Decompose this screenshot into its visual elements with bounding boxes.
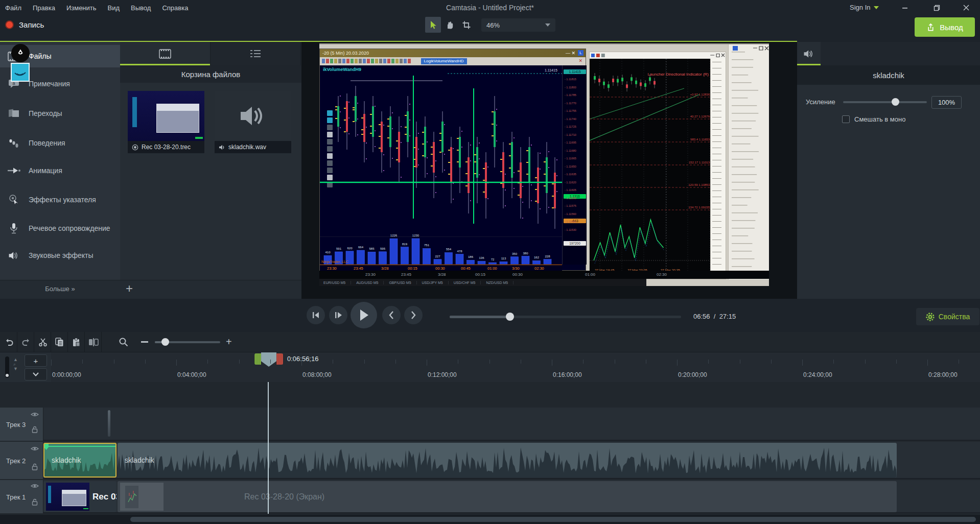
properties-toggle-button[interactable]: Свойства <box>916 308 979 325</box>
scale-tick <box>712 123 721 124</box>
zoom-in-button[interactable]: + <box>226 336 232 348</box>
minimize-button[interactable] <box>896 2 914 13</box>
track-row-1: Трек 1 Rec 03 <box>0 480 980 513</box>
trading-window-titlebar: -20 (5 Min) 20.03.2020 — ✕ L <box>320 49 586 57</box>
gain-value-field[interactable]: 100% <box>931 96 962 109</box>
price-marker-top: 1.11415 <box>564 69 586 74</box>
sign-in-label: Sign In <box>850 4 870 11</box>
titlebar: ФайлПравкаИзменитьВидВыводСправка Camtas… <box>0 0 980 15</box>
media-item-audio[interactable]: skladchik.wav <box>215 91 291 153</box>
audio-clip-selected[interactable]: skladchik <box>43 443 116 478</box>
track-3-lane[interactable] <box>43 408 980 441</box>
lock-icon[interactable] <box>32 498 38 506</box>
gain-slider[interactable] <box>843 101 927 103</box>
ruler-tick <box>708 360 709 364</box>
scale-price: - 1.11770 <box>565 102 576 105</box>
playhead-in-handle[interactable] <box>254 353 261 365</box>
strip-time-label: 01:00 <box>585 272 595 277</box>
svg-text:162: 162 <box>534 256 540 259</box>
record-button[interactable]: Запись <box>5 20 44 29</box>
playhead-out-handle[interactable] <box>276 353 283 365</box>
hand-icon <box>446 20 455 30</box>
video-clip-selected[interactable]: Rec 03 <box>43 481 116 512</box>
tab-media[interactable] <box>120 42 211 65</box>
sidebar-item-8[interactable]: Звуковые эффекты <box>0 244 120 267</box>
ruler-label: 0:16:00;00 <box>553 371 582 378</box>
track-2-lane[interactable]: skladchik skladchik <box>43 442 980 479</box>
scrollbar-thumb[interactable] <box>130 517 976 522</box>
video-clip[interactable]: Rec 03-28-20 (Экран) <box>118 481 897 512</box>
add-media-button[interactable]: + <box>122 281 137 297</box>
select-tool-button[interactable] <box>425 17 441 33</box>
playhead-grip[interactable] <box>261 352 276 367</box>
restore-button[interactable] <box>928 2 945 13</box>
sidebar-item-4[interactable]: Поведения <box>0 132 120 154</box>
paste-button[interactable] <box>68 332 85 352</box>
add-track-button[interactable]: + <box>25 354 47 367</box>
gain-slider-thumb[interactable] <box>892 98 899 106</box>
properties-toggle-label: Свойства <box>939 313 970 321</box>
copy-button[interactable] <box>52 332 68 352</box>
tab-audio-properties[interactable] <box>797 42 821 65</box>
close-button[interactable] <box>958 2 975 13</box>
eye-icon[interactable] <box>31 446 39 451</box>
playhead-line[interactable] <box>268 382 269 514</box>
lock-icon[interactable] <box>32 463 38 470</box>
seek-thumb[interactable] <box>506 313 514 321</box>
track-1-lane[interactable]: Rec 03 Rec 03-28-20 (Экран) <box>43 480 980 513</box>
step-forward-button[interactable] <box>329 306 347 324</box>
play-button[interactable] <box>351 302 377 328</box>
speaker-icon <box>219 144 225 151</box>
eye-icon[interactable] <box>31 483 39 489</box>
media-bin-title: Корзина файлов <box>120 65 301 83</box>
scale-price: - 1.11560 <box>565 212 576 216</box>
volume-pane: 4105916206645855951226819123075122755447… <box>320 236 562 265</box>
eye-icon[interactable] <box>31 412 39 417</box>
audio-clip[interactable]: skladchik <box>118 443 897 478</box>
preview-canvas[interactable]: -20 (5 Min) 20.03.2020 — ✕ L LogikVolume… <box>319 43 769 286</box>
strip-time-label: 00:15 <box>475 272 485 277</box>
instrument-tab: GBP/USD M5 <box>389 281 416 284</box>
zoom-level-select[interactable]: 46% <box>481 18 555 32</box>
next-clip-button[interactable] <box>404 306 423 324</box>
instrument-tab: NZD/USD M5 <box>486 281 514 284</box>
timeline-zoom-slider[interactable] <box>155 341 220 343</box>
film-strip-icon <box>159 49 171 59</box>
split-button[interactable] <box>85 332 102 352</box>
scale-price: - 1.11680 <box>565 149 576 152</box>
step-back-button[interactable] <box>307 306 325 324</box>
lock-icon[interactable] <box>32 426 38 433</box>
mix-to-mono-checkbox[interactable] <box>842 115 850 123</box>
indicator-window: Launcher Directional Indicator (R) +0.97… <box>589 52 726 279</box>
sign-in-menu[interactable]: Sign In <box>850 4 879 11</box>
track-height-slider[interactable] <box>5 356 9 378</box>
zoom-out-button[interactable] <box>141 341 148 343</box>
sidebar-item-5[interactable]: Анимация <box>0 159 120 182</box>
seek-slider[interactable] <box>450 316 681 318</box>
collapse-tracks-button[interactable] <box>25 368 47 380</box>
horizontal-scrollbar[interactable] <box>0 515 980 524</box>
timeline-ruler[interactable]: 0:06:56;16 0:00:00;000:04:00;000:08:00;0… <box>51 352 980 382</box>
export-button[interactable]: Вывод <box>915 17 975 37</box>
cut-button[interactable] <box>35 332 51 352</box>
sidebar-item-3[interactable]: Переходы <box>0 102 120 125</box>
pan-tool-button[interactable] <box>442 17 458 33</box>
scale-price: - 1.11635 <box>565 173 576 176</box>
indicator-title: Launcher Directional Indicator (R) <box>647 72 709 77</box>
tab-list-view[interactable] <box>211 42 301 65</box>
sidebar-item-7[interactable]: Речевое сопровождение <box>0 217 120 240</box>
timeline-zoom-thumb[interactable] <box>161 338 169 346</box>
previous-clip-button[interactable] <box>382 306 401 324</box>
scale-price: - 1.11695 <box>565 141 576 144</box>
clip-sliver[interactable] <box>108 410 110 437</box>
sidebar-item-6[interactable]: Эффекты указателя <box>0 188 120 211</box>
ruler-tick <box>82 360 83 364</box>
more-tools-button[interactable]: Больше » <box>0 285 120 293</box>
svg-text:1.11415: 1.11415 <box>545 68 557 72</box>
redo-button[interactable] <box>18 332 34 352</box>
mix-to-mono-label: Смешать в моно <box>854 115 905 123</box>
scale-tick <box>712 135 721 136</box>
crop-tool-button[interactable] <box>458 17 474 33</box>
media-item-video[interactable]: Rec 03-28-20.trec <box>128 91 204 153</box>
undo-button[interactable] <box>1 332 17 352</box>
